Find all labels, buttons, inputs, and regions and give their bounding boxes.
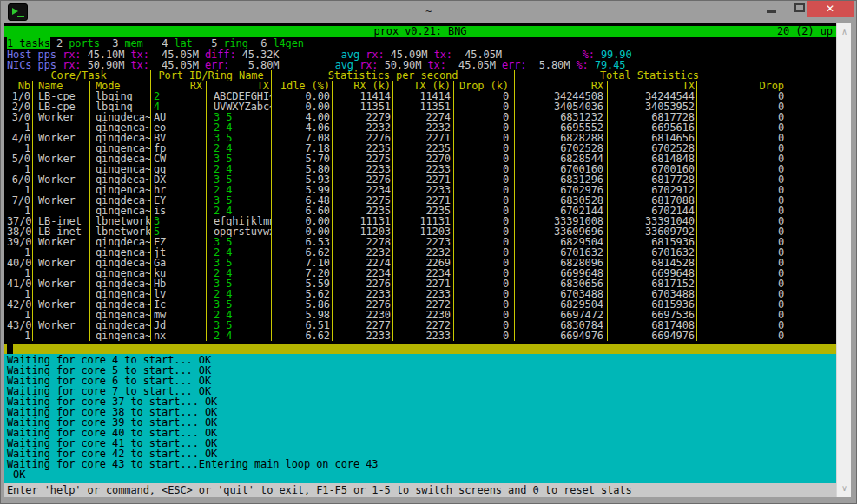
cell-idle: 5.98	[272, 310, 333, 320]
cell-tx: 3 5	[207, 278, 272, 289]
cell-idle: 7.18	[272, 143, 333, 154]
cell-drop: 0	[697, 226, 829, 237]
cell-rx_total: 6831232	[515, 112, 608, 122]
cell-rx: ku	[151, 268, 207, 278]
cell-tx_total: 34244544	[608, 91, 697, 101]
cell-rx_k: 2234	[333, 185, 393, 195]
cell-mode: qinqdeca~	[90, 278, 151, 289]
cell-rx_k: 2235	[333, 206, 393, 216]
scrollbar[interactable]: ∧ ∨	[836, 23, 851, 497]
table-row: 1qinqenca~eo2 44.06223222320669555266956…	[7, 122, 829, 133]
cell-rx: is	[151, 206, 207, 216]
cell-idle: 5.99	[272, 185, 333, 195]
cell-nb: 38/0	[7, 226, 33, 237]
cell-mode: qinqenca~	[90, 185, 151, 195]
table-row: 42/0Workerqinqdeca~Ic3 55.86227622720682…	[7, 299, 829, 310]
cell-mode: qinqenca~	[90, 289, 151, 299]
cell-nb: 39/0	[7, 237, 33, 247]
text-cursor	[7, 344, 13, 354]
cell-mode: lbnetwork	[90, 216, 151, 226]
cell-idle: 5.70	[272, 154, 333, 164]
cell-tx_k: 2233	[393, 185, 454, 195]
cell-drop: 0	[697, 133, 829, 143]
terminal-screen[interactable]: prox v0.21: BNG 20 (2) up 1 tasks 2 port…	[4, 23, 836, 497]
cell-rx: hr	[151, 185, 207, 195]
cell-idle: 7.20	[272, 268, 333, 278]
app-title: prox v0.21: BNG	[4, 26, 836, 37]
cell-nb: 40/0	[7, 258, 33, 268]
cell-nb: 5/0	[7, 154, 33, 164]
col-idle: Idle (%)	[272, 81, 333, 91]
cell-rx_k: 11203	[333, 226, 393, 237]
cell-tx_total: 6817408	[608, 320, 697, 331]
cell-nb: 1	[7, 289, 33, 299]
cell-rx_k: 2233	[333, 289, 393, 299]
minimize-button[interactable]	[761, 0, 785, 17]
cell-rx: 2	[151, 91, 207, 101]
cell-rx_total: 6701632	[515, 247, 608, 258]
cell-nb: 42/0	[7, 299, 33, 310]
cell-tx: UVWXYZabc~	[207, 101, 272, 112]
cell-name: Worker	[33, 299, 90, 310]
cell-drop_k: 0	[454, 195, 515, 206]
cell-rx: jt	[151, 247, 207, 258]
close-button[interactable]: ✕	[807, 0, 854, 17]
cell-mode: qinqdeca~	[90, 112, 151, 122]
cell-mode: qinqdeca~	[90, 237, 151, 247]
cell-rx_k: 2232	[333, 247, 393, 258]
cell-rx: fp	[151, 143, 207, 154]
cell-name	[33, 206, 90, 216]
cell-idle: 5.59	[272, 278, 333, 289]
table-row: 3/0Workerqinqdeca~AU3 54.002279227406831…	[7, 112, 829, 122]
screen-tabs[interactable]: 1 tasks 2 ports 3 mem 4 lat 5 ring 6 l4g…	[7, 38, 304, 49]
cell-rx_k: 2279	[333, 112, 393, 122]
cell-nb: 2/0	[7, 101, 33, 112]
cell-rx: eo	[151, 122, 207, 133]
separator-bar	[4, 344, 836, 354]
cell-tx_total: 6814848	[608, 154, 697, 164]
cell-rx_k: 2233	[333, 331, 393, 341]
cell-tx_k: 2271	[393, 133, 454, 143]
group-total-stats: Total Statistics	[515, 70, 829, 81]
col-drop-total: Drop	[697, 81, 829, 91]
cell-idle: 5.62	[272, 289, 333, 299]
cell-rx: 4	[151, 101, 207, 112]
cell-name: LB-inet	[33, 216, 90, 226]
cell-rx: CW	[151, 154, 207, 164]
cell-tx: 3 5	[207, 237, 272, 247]
cell-drop_k: 0	[454, 91, 515, 101]
cell-idle: 4.00	[272, 112, 333, 122]
cell-idle: 5.93	[272, 174, 333, 185]
cell-mode: lbqinq	[90, 101, 151, 112]
cell-tx_total: 6702912	[608, 185, 697, 195]
scroll-down-icon[interactable]: ∨	[837, 481, 852, 495]
cell-tx_k: 2272	[393, 299, 454, 310]
col-nb: Nb	[7, 81, 33, 91]
cell-drop: 0	[697, 154, 829, 164]
cell-rx_total: 34054036	[515, 101, 608, 112]
cell-rx_k: 2230	[333, 310, 393, 320]
cell-rx_total: 6703488	[515, 289, 608, 299]
cell-idle: 0.00	[272, 216, 333, 226]
cell-drop_k: 0	[454, 164, 515, 174]
cell-tx: efghijklmn	[207, 216, 272, 226]
cell-tx_k: 2274	[393, 112, 454, 122]
cell-rx_total: 6702976	[515, 185, 608, 195]
scroll-up-icon[interactable]: ∧	[837, 25, 852, 39]
cell-rx_total: 33391008	[515, 216, 608, 226]
maximize-icon	[794, 3, 805, 12]
cell-drop: 0	[697, 237, 829, 247]
title-bar[interactable]: ~ ✕	[0, 0, 857, 23]
cell-name	[33, 122, 90, 133]
cell-idle: 0.00	[272, 101, 333, 112]
cell-tx_k: 2271	[393, 195, 454, 206]
cell-idle: 5.80	[272, 164, 333, 174]
cell-rx_k: 11351	[333, 101, 393, 112]
cell-rx_total: 6829504	[515, 237, 608, 247]
cell-drop_k: 0	[454, 112, 515, 122]
cell-rx_k: 2233	[333, 164, 393, 174]
cell-tx_k: 11203	[393, 226, 454, 237]
table-row: 1qinqenca~lv2 45.62223322330670348867034…	[7, 289, 829, 299]
cell-rx: Ic	[151, 299, 207, 310]
cell-tx: ABCDEFGHI~	[207, 91, 272, 101]
